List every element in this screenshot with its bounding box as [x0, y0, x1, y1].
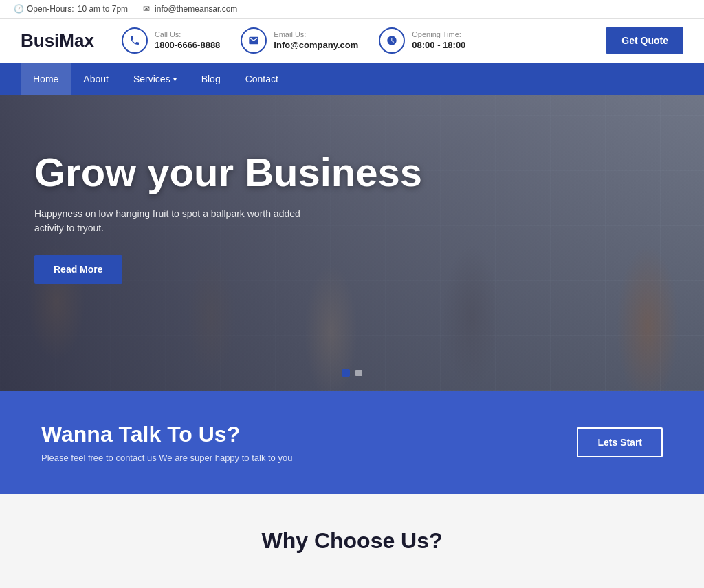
- read-more-button[interactable]: Read More: [34, 255, 122, 284]
- cta-banner: Wanna Talk To Us? Please feel free to co…: [0, 391, 704, 494]
- hero-content: Grow your Business Happyness on low hang…: [34, 150, 422, 284]
- hero-title: Grow your Business: [34, 150, 422, 194]
- nav-home[interactable]: Home: [21, 63, 71, 95]
- hero-subtitle: Happyness on low hanging fruit to spot a…: [34, 207, 323, 236]
- opening-label: Opening Time:: [412, 30, 465, 39]
- top-bar: 🕐 Open-Hours: 10 am to 7pm ✉ info@themea…: [0, 0, 704, 19]
- header: BusiMax Call Us: 1800-6666-8888 Email Us…: [0, 19, 704, 63]
- envelope-icon: ✉: [142, 4, 151, 14]
- navbar: Home About Services ▾ Blog Contact: [0, 63, 704, 95]
- cta-text: Wanna Talk To Us? Please feel free to co…: [41, 422, 292, 463]
- lets-start-button[interactable]: Lets Start: [577, 427, 663, 457]
- hero-dots: [342, 369, 362, 377]
- clock-icon: 🕐: [14, 4, 23, 14]
- phone-icon: [122, 27, 148, 54]
- email-value: info@company.com: [274, 40, 358, 52]
- email-item: ✉ info@themeansar.com: [142, 4, 237, 14]
- header-contacts: Call Us: 1800-6666-8888 Email Us: info@c…: [122, 27, 606, 54]
- services-dropdown-arrow: ▾: [173, 76, 177, 83]
- nav-about[interactable]: About: [71, 63, 121, 95]
- call-text: Call Us: 1800-6666-8888: [155, 30, 220, 51]
- email-label: Email Us:: [274, 30, 358, 39]
- topbar-email-value: info@themeansar.com: [155, 4, 237, 14]
- hours-label: Open-Hours:: [27, 4, 74, 14]
- opening-item: Opening Time: 08:00 - 18:00: [379, 27, 465, 54]
- hours-value: 10 am to 7pm: [78, 4, 128, 14]
- hero-section: Grow your Business Happyness on low hang…: [0, 95, 704, 391]
- nav-contact[interactable]: Contact: [233, 63, 291, 95]
- opening-text: Opening Time: 08:00 - 18:00: [412, 30, 465, 51]
- hero-dot-1[interactable]: [342, 369, 350, 377]
- logo[interactable]: BusiMax: [21, 30, 94, 52]
- opening-value: 08:00 - 18:00: [412, 40, 465, 52]
- why-section: Why Choose Us?: [0, 494, 704, 574]
- hero-dot-2[interactable]: [355, 370, 362, 376]
- call-item: Call Us: 1800-6666-8888: [122, 27, 220, 54]
- get-quote-button[interactable]: Get Quote: [606, 27, 683, 54]
- cta-title: Wanna Talk To Us?: [41, 422, 292, 447]
- time-icon: [379, 27, 405, 54]
- cta-subtitle: Please feel free to contact us We are su…: [41, 453, 292, 463]
- email-contact-item: Email Us: info@company.com: [241, 27, 358, 54]
- location-icon: [241, 27, 267, 54]
- call-value: 1800-6666-8888: [155, 40, 220, 52]
- hours-item: 🕐 Open-Hours: 10 am to 7pm: [14, 4, 128, 14]
- why-title: Why Choose Us?: [41, 528, 663, 554]
- email-text: Email Us: info@company.com: [274, 30, 358, 51]
- nav-blog[interactable]: Blog: [189, 63, 233, 95]
- nav-services[interactable]: Services ▾: [121, 63, 189, 95]
- call-label: Call Us:: [155, 30, 220, 39]
